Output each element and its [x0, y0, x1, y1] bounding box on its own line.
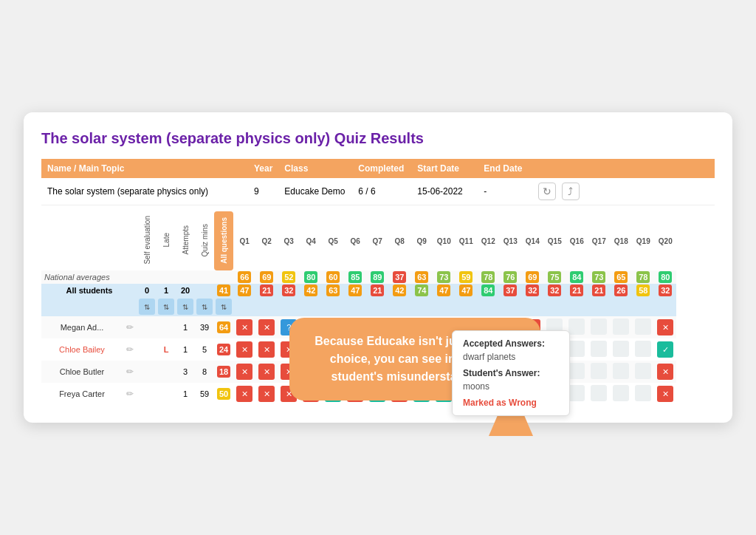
- col-edit-header: [123, 211, 137, 270]
- chloe-q1[interactable]: ✕: [233, 338, 255, 361]
- col-header-name: Name / Main Topic: [41, 159, 248, 178]
- nat-q8: 37: [388, 270, 410, 284]
- edit-icon-chloe-bailey[interactable]: ✏: [126, 344, 134, 355]
- q10-header: Q10: [433, 211, 455, 270]
- sort-mins[interactable]: ⇅: [195, 297, 214, 316]
- butler-q18[interactable]: [610, 361, 632, 383]
- all-q13: 37: [499, 284, 521, 297]
- student-allq-freya-carter: 50: [214, 383, 233, 405]
- q4-header: Q4: [300, 211, 322, 270]
- sort-all-q-btn[interactable]: ⇅: [216, 299, 232, 315]
- q20-header: Q20: [654, 211, 676, 270]
- all-quiz-mins: [195, 284, 214, 297]
- student-attempts-freya-carter: 1: [176, 383, 195, 405]
- quiz-info-table: Name / Main Topic Year Class Completed S…: [41, 159, 715, 205]
- sort-self-eval-btn[interactable]: ⇅: [139, 299, 155, 315]
- butler-q17[interactable]: [588, 361, 610, 383]
- ans-wrong-icon: ✕: [657, 386, 673, 402]
- col-header-actions: [529, 159, 715, 178]
- col-late-header: Late: [157, 211, 176, 270]
- chloe-q2[interactable]: ✕: [255, 338, 278, 361]
- edit-icon-freya-carter[interactable]: ✏: [126, 389, 134, 399]
- ans-wrong-icon: ✕: [236, 364, 252, 380]
- student-allq-chloe-butler: 18: [214, 361, 233, 383]
- col-attempts-header: Attempts: [176, 211, 195, 270]
- col-header-end: End Date: [478, 159, 529, 178]
- attempts-label: Attempts: [182, 225, 190, 254]
- freya-q1[interactable]: ✕: [233, 383, 255, 405]
- all-q19: 58: [632, 284, 654, 297]
- sort-attempts-btn[interactable]: ⇅: [177, 299, 193, 315]
- chloe-q18[interactable]: [610, 338, 632, 361]
- quiz-name: The solar system (separate physics only): [41, 178, 248, 205]
- butler-q1[interactable]: ✕: [233, 361, 255, 383]
- megan-q1[interactable]: ✕: [233, 316, 255, 338]
- sort-name: [41, 297, 123, 316]
- nat-q14: 69: [521, 270, 543, 284]
- student-edit-chloe-bailey[interactable]: ✏: [123, 338, 137, 361]
- all-all-q: 41: [214, 284, 233, 297]
- edit-icon-chloe-butler[interactable]: ✏: [126, 367, 134, 377]
- freya-q17[interactable]: [588, 383, 610, 405]
- all-students-label: All students: [41, 284, 137, 297]
- megan-q20[interactable]: ✕: [654, 316, 676, 338]
- chloe-q20[interactable]: ✓: [654, 338, 676, 361]
- q7-header: Q7: [366, 211, 388, 270]
- sort-self[interactable]: ⇅: [137, 297, 157, 316]
- all-q4: 42: [300, 284, 322, 297]
- sort-late-btn[interactable]: ⇅: [158, 299, 174, 315]
- col-name-header: [41, 211, 123, 270]
- nat-q2: 69: [255, 270, 278, 284]
- q1-header: Q1: [233, 211, 255, 270]
- all-q15: 32: [543, 284, 566, 297]
- megan-q18[interactable]: [610, 316, 632, 338]
- sort-all-q[interactable]: ⇅: [214, 297, 233, 316]
- ans-empty-icon: [568, 341, 585, 357]
- all-q20: 32: [654, 284, 676, 297]
- col-header-start: Start Date: [411, 159, 478, 178]
- all-q8: 42: [388, 284, 410, 297]
- freya-q20[interactable]: ✕: [654, 383, 676, 405]
- freya-q19[interactable]: [632, 383, 654, 405]
- all-attempts: 20: [176, 284, 195, 297]
- ans-empty-icon: [635, 363, 651, 379]
- national-averages-row: National averages 66 69 52 80 60 85 89 3…: [41, 270, 676, 284]
- nat-all-q: [214, 270, 233, 284]
- col-header-completed: Completed: [352, 159, 411, 178]
- share-button[interactable]: ⤴: [562, 183, 580, 200]
- ans-empty-icon: [568, 363, 585, 379]
- ans-empty-icon: [613, 341, 629, 357]
- tooltip-student-value: moons: [463, 381, 559, 392]
- sort-mins-btn[interactable]: ⇅: [196, 299, 213, 315]
- butler-q19[interactable]: [632, 361, 654, 383]
- all-q1: 47: [233, 284, 255, 297]
- butler-q20[interactable]: ✕: [654, 361, 676, 383]
- sort-spacer: [233, 297, 676, 316]
- student-edit-freya-carter[interactable]: ✏: [123, 383, 137, 405]
- all-q5: 63: [322, 284, 344, 297]
- tooltip-accepted-label: Accepted Answers:: [463, 338, 559, 349]
- edit-icon-megan[interactable]: ✏: [126, 322, 134, 333]
- megan-q17[interactable]: [588, 316, 610, 338]
- self-eval-label: Self evaluation: [143, 216, 151, 265]
- all-q3: 32: [278, 284, 300, 297]
- megan-q19[interactable]: [632, 316, 654, 338]
- ans-wrong-icon: ✕: [258, 319, 275, 335]
- freya-q18[interactable]: [610, 383, 632, 405]
- megan-q2[interactable]: ✕: [255, 316, 278, 338]
- col-quiz-mins-header: Quiz mins: [195, 211, 214, 270]
- butler-q2[interactable]: ✕: [255, 361, 278, 383]
- ans-empty-icon: [591, 385, 607, 401]
- chloe-q19[interactable]: [632, 338, 654, 361]
- freya-q2[interactable]: ✕: [255, 383, 278, 405]
- refresh-button[interactable]: ↻: [538, 183, 556, 200]
- sort-late[interactable]: ⇅: [157, 297, 176, 316]
- chloe-q17[interactable]: [588, 338, 610, 361]
- all-q2: 21: [255, 284, 278, 297]
- ans-empty-icon: [613, 363, 629, 379]
- ans-wrong-icon: ✕: [258, 341, 275, 358]
- student-edit-chloe-butler[interactable]: ✏: [123, 361, 137, 383]
- sort-attempts[interactable]: ⇅: [176, 297, 195, 316]
- student-edit-megan[interactable]: ✏: [123, 316, 137, 338]
- student-name-freya-carter: Freya Carter: [41, 383, 123, 405]
